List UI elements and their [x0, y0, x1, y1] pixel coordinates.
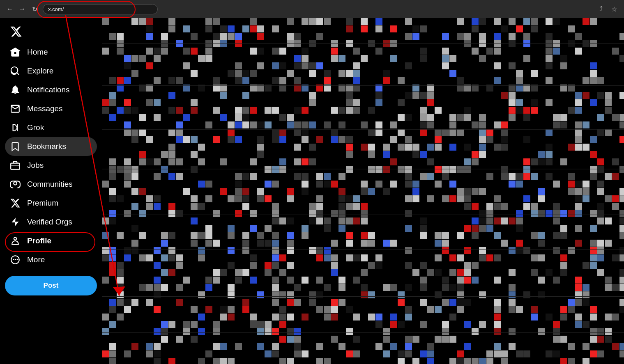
sidebar-item-more[interactable]: More — [5, 250, 97, 269]
forward-button[interactable]: → — [17, 4, 27, 14]
jobs-svg — [10, 160, 21, 171]
sidebar-item-notifications[interactable]: Notifications — [5, 80, 97, 99]
address-bar[interactable] — [43, 4, 158, 14]
communities-label: Communities — [27, 180, 73, 189]
sidebar-item-bookmarks[interactable]: Bookmarks — [5, 137, 97, 156]
sidebar-item-grok[interactable]: Grok — [5, 118, 97, 137]
more-label: More — [27, 255, 45, 264]
post-button[interactable]: Post — [5, 276, 97, 295]
browser-chrome: ← → ↻ ⤴ ☆ — [0, 0, 624, 18]
messages-icon — [10, 103, 21, 114]
sidebar-item-jobs[interactable]: Jobs — [5, 156, 97, 175]
sidebar-item-messages[interactable]: Messages — [5, 99, 97, 118]
notifications-label: Notifications — [27, 85, 70, 94]
share-browser-button[interactable]: ⤴ — [596, 4, 606, 14]
back-button[interactable]: ← — [5, 4, 15, 14]
grok-icon — [10, 122, 21, 133]
verified-orgs-label: Verified Orgs — [27, 217, 72, 227]
premium-svg — [10, 198, 21, 208]
sidebar: Home Explore Notifications — [0, 18, 102, 364]
nav-buttons: ← → ↻ — [5, 4, 39, 14]
bookmarks-icon — [10, 141, 21, 152]
bell-svg — [10, 85, 21, 95]
address-bar-container — [43, 4, 158, 14]
x-logo-icon — [10, 25, 22, 38]
page-area: Home Explore Notifications — [0, 18, 624, 364]
sidebar-item-profile[interactable]: Profile — [5, 231, 97, 250]
home-svg — [10, 47, 21, 57]
home-icon — [10, 47, 21, 57]
refresh-button[interactable]: ↻ — [30, 4, 39, 14]
blurred-content-canvas — [102, 18, 624, 364]
content-area — [102, 18, 624, 364]
jobs-icon — [10, 160, 21, 171]
home-label: Home — [27, 48, 48, 57]
envelope-svg — [10, 103, 21, 114]
bookmark-browser-button[interactable]: ☆ — [609, 4, 619, 14]
messages-label: Messages — [27, 104, 63, 113]
more-icon — [10, 254, 21, 265]
premium-label: Premium — [27, 199, 58, 208]
verified-orgs-icon — [10, 217, 21, 227]
bookmarks-label: Bookmarks — [27, 142, 66, 151]
profile-label: Profile — [27, 236, 51, 245]
search-svg — [10, 66, 21, 76]
notifications-icon — [10, 85, 21, 95]
dots-circle-svg — [10, 254, 21, 265]
jobs-label: Jobs — [27, 161, 44, 170]
explore-icon — [10, 66, 21, 76]
communities-icon — [10, 179, 21, 190]
sidebar-item-communities[interactable]: Communities — [5, 175, 97, 194]
bookmark-svg — [10, 141, 21, 152]
profile-icon — [10, 236, 21, 246]
lightning-svg — [10, 217, 21, 227]
browser-icons-right: ⤴ ☆ — [596, 4, 619, 14]
sidebar-item-premium[interactable]: Premium — [5, 194, 97, 213]
grok-svg — [10, 122, 21, 133]
x-logo[interactable] — [5, 21, 97, 41]
person-svg — [10, 236, 21, 246]
sidebar-item-verified-orgs[interactable]: Verified Orgs — [5, 213, 97, 231]
premium-icon — [10, 198, 21, 208]
communities-svg — [10, 179, 21, 190]
grok-label: Grok — [27, 123, 44, 132]
explore-label: Explore — [27, 66, 53, 76]
sidebar-item-home[interactable]: Home — [5, 43, 97, 62]
sidebar-item-explore[interactable]: Explore — [5, 62, 97, 80]
